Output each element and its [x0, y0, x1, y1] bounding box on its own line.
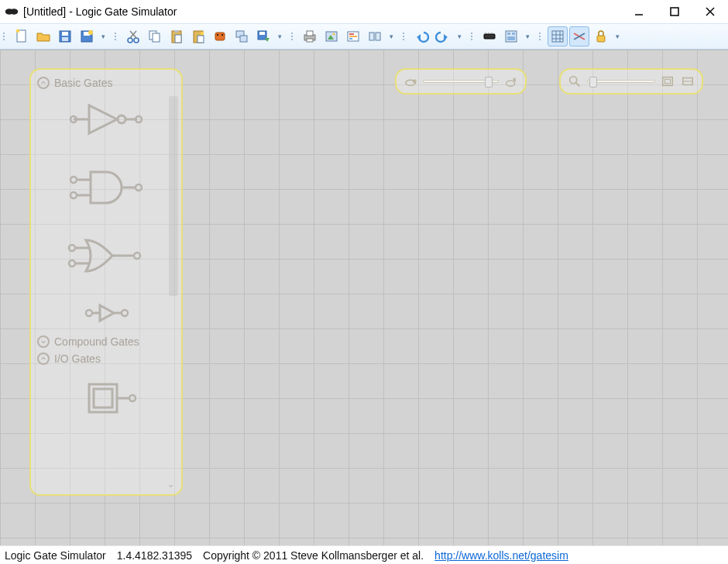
save-as-button[interactable]	[77, 26, 97, 46]
new-file-button[interactable]	[12, 26, 32, 46]
palette-section-label: I/O Gates	[54, 352, 101, 365]
app-icon	[5, 6, 19, 17]
svg-rect-26	[215, 33, 225, 40]
maximize-button[interactable]	[657, 0, 692, 23]
svg-point-15	[134, 38, 139, 43]
palette-item-user-output[interactable]	[67, 377, 145, 420]
save-selection-button[interactable]	[253, 26, 273, 46]
zoom-slider-thumb[interactable]	[589, 77, 597, 88]
zoom-actual-icon[interactable]	[680, 74, 695, 89]
toolbar-overflow[interactable]: ▾	[98, 26, 108, 46]
turtle-icon	[403, 74, 418, 89]
svg-rect-34	[307, 31, 313, 36]
palette-item-not-gate[interactable]	[67, 96, 145, 143]
svg-point-1	[10, 9, 19, 15]
paste-button[interactable]	[167, 26, 187, 46]
embed-ic-button[interactable]	[210, 26, 230, 46]
svg-rect-40	[349, 33, 354, 35]
svg-rect-97	[663, 77, 673, 86]
gate-palette[interactable]: Basic Gates	[29, 68, 183, 496]
svg-point-38	[332, 33, 335, 35]
svg-point-66	[118, 115, 125, 123]
undo-button[interactable]	[411, 26, 431, 46]
toolbar-overflow[interactable]: ▾	[274, 26, 285, 46]
status-link[interactable]: http://www.kolls.net/gatesim	[434, 549, 568, 562]
zoom-slider[interactable]	[587, 80, 655, 83]
palette-item-and-gate[interactable]	[67, 164, 145, 211]
paste-special-button[interactable]	[188, 26, 208, 46]
svg-marker-83	[100, 305, 114, 321]
palette-item-or-gate[interactable]	[67, 232, 145, 279]
palette-items	[31, 367, 181, 428]
close-button[interactable]	[692, 0, 728, 23]
svg-point-89	[129, 395, 136, 401]
svg-rect-53	[512, 33, 515, 35]
view-ic-contents-button[interactable]	[501, 26, 521, 46]
svg-point-25	[201, 32, 204, 35]
svg-rect-32	[259, 32, 265, 35]
expand-icon	[37, 335, 50, 348]
svg-line-94	[515, 78, 516, 82]
palette-section-compound-gates[interactable]: Compound Gates	[31, 333, 181, 350]
toolbar-overflow[interactable]: ▾	[454, 26, 465, 46]
zoom-panel	[559, 68, 703, 95]
align-button[interactable]	[232, 26, 252, 46]
oscilloscope-button[interactable]	[343, 26, 363, 46]
window-controls	[621, 0, 728, 23]
export-image-button[interactable]	[321, 26, 342, 46]
hide-overlays-button[interactable]	[365, 26, 385, 46]
svg-rect-54	[507, 36, 515, 40]
simulation-speed-panel	[395, 68, 527, 95]
svg-point-81	[86, 310, 92, 316]
inline-wires-button[interactable]	[569, 26, 589, 46]
window-title: [Untitled] - Logic Gate Simulator	[23, 5, 177, 18]
palette-item-buffer[interactable]	[67, 301, 145, 325]
svg-point-69	[70, 177, 77, 183]
snap-to-grid-button[interactable]	[548, 26, 568, 46]
svg-rect-10	[62, 37, 68, 41]
speed-slider[interactable]	[423, 80, 499, 83]
svg-point-74	[136, 184, 142, 191]
toolbar-overflow[interactable]: ▾	[522, 26, 533, 46]
flatten-ic-button[interactable]	[479, 26, 500, 46]
svg-rect-44	[376, 33, 380, 40]
svg-rect-19	[153, 33, 160, 42]
lock-button[interactable]	[591, 26, 611, 46]
print-button[interactable]	[300, 26, 320, 46]
toolbar-grip[interactable]	[115, 26, 121, 46]
palette-scrollbar[interactable]	[169, 96, 178, 296]
palette-section-basic-gates[interactable]: Basic Gates	[31, 74, 181, 91]
toolbar-grip[interactable]	[291, 26, 297, 46]
redo-button[interactable]	[433, 26, 453, 46]
palette-scroll-down[interactable]: ⌄	[167, 478, 175, 490]
toolbar-overflow[interactable]: ▾	[386, 26, 397, 46]
svg-rect-35	[307, 39, 313, 42]
toolbar-grip[interactable]	[471, 26, 477, 46]
toolbar-overflow[interactable]: ▾	[612, 26, 623, 46]
svg-point-95	[570, 77, 577, 84]
palette-section-label: Basic Gates	[54, 77, 112, 89]
svg-point-77	[69, 260, 75, 267]
svg-point-75	[69, 245, 75, 251]
svg-point-27	[217, 34, 218, 36]
zoom-fit-icon[interactable]	[660, 74, 675, 89]
toolbar: ▾ ▾ ▾ ▾ ▾ ▾	[0, 23, 728, 50]
toolbar-grip[interactable]	[3, 26, 9, 46]
cut-button[interactable]	[123, 26, 143, 46]
open-file-button[interactable]	[33, 26, 53, 46]
toolbar-grip[interactable]	[403, 26, 409, 46]
canvas-area[interactable]: Basic Gates	[0, 50, 728, 545]
minimize-button[interactable]	[621, 0, 657, 23]
titlebar: [Untitled] - Logic Gate Simulator	[0, 0, 728, 23]
svg-rect-22	[175, 35, 181, 43]
copy-button[interactable]	[145, 26, 165, 46]
statusbar: Logic Gate Simulator 1.4.4182.31395 Copy…	[0, 545, 728, 564]
svg-point-68	[136, 116, 142, 122]
toolbar-grip[interactable]	[539, 26, 545, 46]
svg-rect-87	[94, 389, 112, 408]
status-app-name: Logic Gate Simulator	[5, 549, 106, 562]
palette-section-io-gates[interactable]: I/O Gates	[31, 350, 181, 367]
speed-slider-thumb[interactable]	[485, 77, 493, 88]
save-button[interactable]	[55, 26, 75, 46]
svg-rect-55	[552, 31, 563, 42]
